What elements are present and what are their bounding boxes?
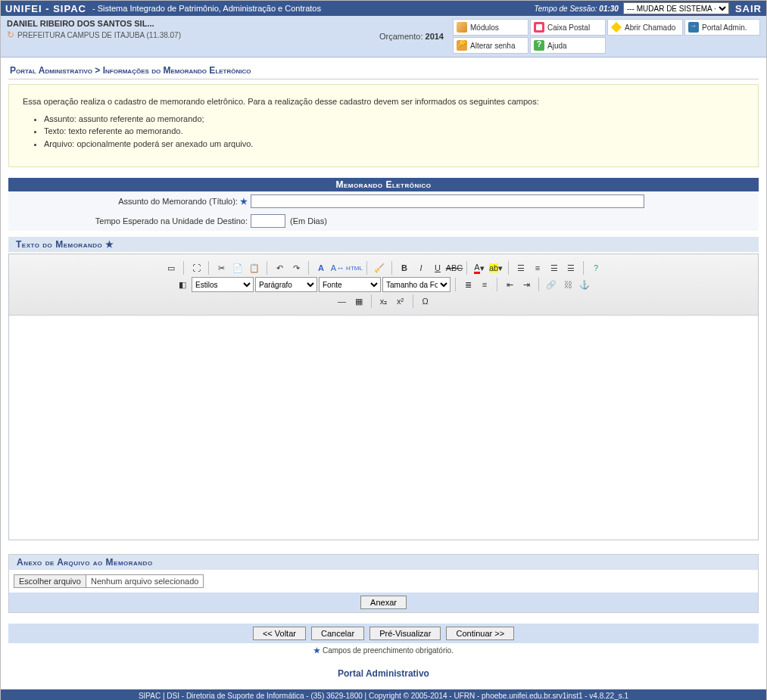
user-unit: PREFEITURA CAMPUS DE ITAJUBA (11.38.07): [7, 30, 379, 40]
replace-icon[interactable]: A↔: [330, 260, 345, 275]
user-name: DANIEL RIBEIRO DOS SANTOS SIL...: [7, 19, 379, 28]
expected-days-input[interactable]: [251, 214, 285, 228]
align-center-icon[interactable]: ≡: [530, 260, 545, 275]
key-icon: [457, 40, 467, 51]
horizontal-rule-icon[interactable]: —: [335, 294, 350, 309]
indent-icon[interactable]: ⇥: [519, 277, 534, 292]
instructions-intro: Essa operação realiza o cadastro de memo…: [23, 95, 744, 108]
mailbox-button[interactable]: Caixa Postal: [530, 19, 606, 36]
quick-menu: Módulos Caixa Postal Abrir Chamado Porta…: [453, 19, 760, 54]
choose-file-button[interactable]: Escolher arquivo: [14, 575, 86, 587]
anchor-icon[interactable]: ⚓: [577, 277, 592, 292]
action-bar: [8, 624, 759, 643]
attachment-section-title: Anexo de Arquivo ao Memorando: [9, 555, 758, 570]
app-description: - Sistema Integrado de Patrimônio, Admin…: [92, 4, 321, 13]
strikethrough-icon[interactable]: ABC: [447, 260, 462, 275]
attach-button[interactable]: [360, 596, 407, 609]
find-icon[interactable]: A: [313, 260, 329, 275]
underline-icon[interactable]: U: [430, 260, 445, 275]
change-system-select[interactable]: --- MUDAR DE SISTEMA ·: [623, 2, 729, 14]
instructions-panel: Essa operação realiza o cadastro de memo…: [8, 84, 759, 167]
align-right-icon[interactable]: ☰: [547, 260, 562, 275]
special-character-icon[interactable]: Ω: [418, 294, 433, 309]
help-button[interactable]: Ajuda: [530, 37, 606, 54]
undo-icon[interactable]: ↶: [272, 260, 287, 275]
logout-link[interactable]: SAIR: [735, 3, 762, 14]
paste-icon[interactable]: 📋: [247, 260, 262, 275]
session-timer: Tempo de Sessão: 01:30: [535, 5, 619, 13]
new-document-icon[interactable]: ▭: [164, 260, 179, 275]
outdent-icon[interactable]: ⇤: [502, 277, 517, 292]
instruction-item: Texto: texto referente ao memorando.: [44, 125, 744, 138]
ordered-list-icon[interactable]: ≡: [477, 277, 492, 292]
subject-row: Assunto do Memorando (Título): ★: [8, 191, 759, 211]
copy-icon[interactable]: 📄: [230, 260, 245, 275]
instruction-item: Arquivo: opcionalmente poderá ser anexad…: [44, 138, 744, 151]
about-icon[interactable]: ?: [588, 260, 603, 275]
editor-toolbar: ▭ ⛶ ✂ 📄 📋 ↶ ↷ A A↔ HTML 🧹 B I U: [9, 254, 758, 316]
budget-label: Orçamento: 2014: [379, 32, 444, 41]
footer: SIPAC | DSI - Diretoria de Suporte de In…: [1, 689, 766, 700]
mailbox-icon: [534, 22, 544, 33]
cancel-button[interactable]: [311, 627, 364, 640]
redo-icon[interactable]: ↷: [288, 260, 304, 275]
link-icon[interactable]: 🔗: [544, 277, 559, 292]
highlight-color-icon[interactable]: ab▾: [488, 260, 504, 275]
app-title: UNIFEI - SIPAC: [5, 3, 86, 14]
font-select[interactable]: Fonte: [319, 277, 381, 292]
editor-textarea[interactable]: [9, 316, 758, 540]
unordered-list-icon[interactable]: ≣: [460, 277, 475, 292]
open-ticket-button[interactable]: Abrir Chamado: [607, 19, 683, 36]
help-icon: [534, 40, 544, 51]
change-password-button[interactable]: Alterar senha: [453, 37, 528, 54]
rich-text-editor: ▭ ⛶ ✂ 📄 📋 ↶ ↷ A A↔ HTML 🧹 B I U: [8, 254, 759, 540]
file-picker[interactable]: Escolher arquivo Nenhum arquivo selecion…: [14, 574, 204, 588]
breadcrumb: Portal Administrativo > Informações do M…: [8, 61, 759, 79]
fullscreen-icon[interactable]: ⛶: [189, 260, 204, 275]
memo-text-section-title: Texto do Memorando ★: [8, 237, 759, 252]
html-icon[interactable]: HTML: [347, 260, 362, 275]
subject-input[interactable]: [251, 194, 644, 208]
required-star-icon: ★: [105, 239, 114, 250]
back-button[interactable]: [253, 627, 306, 640]
clear-formatting-icon[interactable]: 🧹: [372, 260, 387, 275]
memo-section-title: Memorando Eletrônico: [8, 178, 759, 191]
bold-icon[interactable]: B: [397, 260, 412, 275]
modules-icon: [457, 22, 467, 33]
preview-button[interactable]: [369, 627, 441, 640]
expected-time-row: Tempo Esperado na Unidade de Destino: (E…: [8, 211, 759, 231]
top-bar: UNIFEI - SIPAC - Sistema Integrado de Pa…: [1, 1, 766, 16]
required-star-icon: ★: [313, 646, 320, 655]
days-suffix: (Em Dias): [290, 216, 327, 226]
italic-icon[interactable]: I: [413, 260, 429, 275]
ticket-icon: [611, 22, 622, 33]
unlink-icon[interactable]: ⛓: [560, 277, 575, 292]
modules-button[interactable]: Módulos: [453, 19, 528, 36]
instruction-item: Assunto: assunto referente ao memorando;: [44, 113, 744, 126]
continue-button[interactable]: [446, 627, 514, 640]
portal-admin-button[interactable]: Portal Admin.: [684, 19, 760, 36]
required-note: ★ Campos de preenchimento obrigatório.: [8, 646, 759, 655]
required-star-icon: ★: [240, 197, 248, 206]
superscript-icon[interactable]: x²: [393, 294, 408, 309]
align-justify-icon[interactable]: ☰: [563, 260, 578, 275]
file-chosen-label: Nenhum arquivo selecionado: [86, 575, 203, 587]
subscript-icon[interactable]: x₂: [376, 294, 391, 309]
insert-table-icon[interactable]: ▦: [351, 294, 366, 309]
styles-select[interactable]: Estilos: [192, 277, 254, 292]
font-size-select[interactable]: Tamanho da Fo: [382, 277, 451, 292]
paragraph-select[interactable]: Parágrafo: [255, 277, 317, 292]
text-color-icon[interactable]: A▾: [472, 260, 487, 275]
cut-icon[interactable]: ✂: [214, 260, 229, 275]
eraser-icon[interactable]: ◧: [175, 277, 190, 292]
portal-icon: [688, 22, 699, 33]
user-info-bar: DANIEL RIBEIRO DOS SANTOS SIL... PREFEIT…: [1, 16, 766, 58]
attachment-section: Anexo de Arquivo ao Memorando Escolher a…: [8, 554, 759, 613]
portal-admin-link[interactable]: Portal Administrativo: [8, 668, 759, 679]
align-left-icon[interactable]: ☰: [513, 260, 528, 275]
